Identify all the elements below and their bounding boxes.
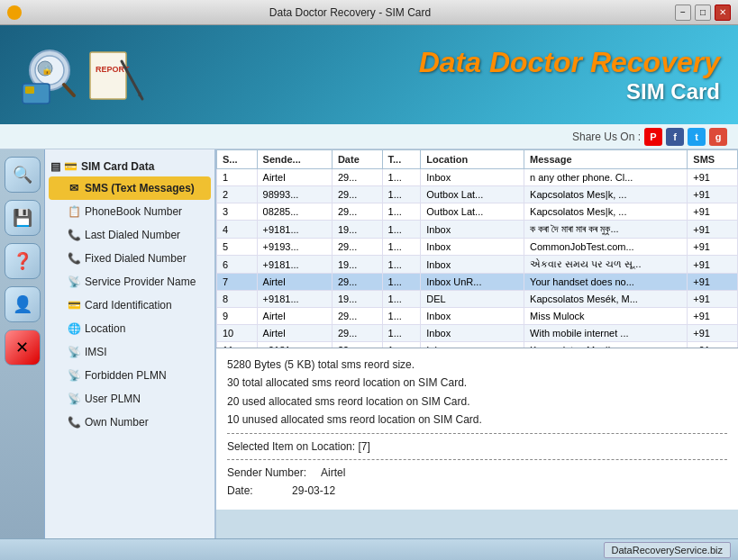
save-toolbar-button[interactable]: 💾 [5,200,41,236]
simcard-icon: 💳 [64,160,77,173]
nav-item-location[interactable]: 🌐 Location [49,317,211,340]
cell-location: Inbox UnR... [421,274,524,291]
close-button[interactable]: ✕ [715,5,731,21]
minimize-button[interactable]: − [675,5,691,21]
cell-t: 1... [382,291,421,308]
last-dialed-icon: 📞 [67,228,81,242]
col-sender: Sende... [257,150,332,169]
share-facebook-button[interactable]: f [666,128,684,146]
info-line1: 5280 Bytes (5 KB) total sms reord size. [227,356,727,374]
sms-table: S... Sende... Date T... Location Message… [216,149,738,348]
table-row[interactable]: 7 Airtel 29... 1... Inbox UnR... Your ha… [217,274,738,291]
nav-item-fixed-dialed[interactable]: 📞 Fixed Dialed Number [49,247,211,270]
cell-s: 2 [217,186,258,203]
cell-s: 1 [217,169,258,186]
table-row[interactable]: 4 +9181... 19... 1... Inbox ক কৰা দৈ মাৰ… [217,221,738,239]
nav-panel: ▤ 💳 SIM Card Data ✉ SMS (Text Messages) … [45,149,216,538]
info-line2: 30 total allocated sms reord location on… [227,374,727,392]
info-line4: 10 unused allocated sms reord location o… [227,411,727,429]
nav-item-card-id-label: Card Identification [85,299,172,312]
cell-sender: +9181... [257,221,332,239]
cell-sms: +91 [688,325,738,342]
user-plmn-icon: 📡 [67,392,81,406]
header-title-area: Data Doctor Recovery SIM Card [419,46,720,104]
help-toolbar-button[interactable]: ❓ [5,243,41,279]
cell-t: 1... [382,221,421,239]
app-header: 🔒 REPORT Data Doctor Recovery SIM Card [0,25,738,124]
cell-date: 19... [332,291,382,308]
nav-item-imsi-label: IMSI [85,346,107,358]
table-row[interactable]: 3 08285... 29... 1... Outbox Lat... Kapc… [217,203,738,221]
tree-collapse-icon[interactable]: ▤ [50,160,60,173]
cell-message: એકવાર સમય પર ચળ સૂ... [524,256,688,274]
maximize-button[interactable]: □ [695,5,711,21]
cell-location: Outbox Lat... [421,203,524,221]
nav-item-sms[interactable]: ✉ SMS (Text Messages) [49,176,211,200]
info-sender-row: Sender Number: Airtel [227,464,727,482]
table-body: 1 Airtel 29... 1... Inbox n any other ph… [217,169,738,348]
cell-sender: +9193... [257,239,332,256]
cell-message: With mobile internet ... [524,325,688,342]
user-toolbar-button[interactable]: 👤 [5,286,41,322]
cell-message: Kapcsolatos Mes|k, ... [524,186,688,203]
table-row[interactable]: 2 98993... 29... 1... Outbox Lat... Kapc… [217,186,738,203]
col-message: Message [524,150,688,169]
share-twitter-button[interactable]: t [688,128,706,146]
cell-date: 29... [332,325,382,342]
cell-date: 29... [332,308,382,325]
sms-table-scroll[interactable]: S... Sende... Date T... Location Message… [216,149,738,348]
cell-sender: Airtel [257,274,332,291]
cell-s: 10 [217,325,258,342]
status-bar: DataRecoveryService.biz [0,538,738,560]
app-icon [7,5,22,20]
info-line3: 20 used allocated sms reord location on … [227,393,727,411]
nav-item-last-dialed[interactable]: 📞 Last Dialed Number [49,223,211,247]
nav-item-card-id[interactable]: 💳 Card Identification [49,294,211,317]
table-row[interactable]: 9 Airtel 29... 1... Inbox Miss Mulock +9… [217,308,738,325]
exit-toolbar-button[interactable]: ✕ [5,330,41,366]
table-row[interactable]: 10 Airtel 29... 1... Inbox With mobile i… [217,325,738,342]
cell-sms: +91 [688,186,738,203]
card-id-icon: 💳 [67,298,81,312]
nav-root-label: SIM Card Data [81,160,154,173]
window-title: Data Doctor Recovery - SIM Card [25,6,675,19]
cell-s: 6 [217,256,258,274]
nav-item-phonebook[interactable]: 📋 PhoneBook Number [49,200,211,223]
nav-item-imsi[interactable]: 📡 IMSI [49,340,211,364]
nav-item-forbidden-plmn[interactable]: 📡 Forbidden PLMN [49,364,211,387]
cell-location: Inbox [421,325,524,342]
nav-item-own-number[interactable]: 📞 Own Number [49,411,211,434]
share-pdf-button[interactable]: P [644,128,662,146]
cell-t: 1... [382,239,421,256]
nav-item-user-plmn-label: User PLMN [85,393,141,405]
cell-sender: Airtel [257,169,332,186]
search-toolbar-button[interactable]: 🔍 [5,157,41,193]
cell-location: Inbox [421,308,524,325]
right-panel: S... Sende... Date T... Location Message… [216,149,738,538]
cell-sms: +91 [688,239,738,256]
cell-sms: +91 [688,308,738,325]
nav-item-user-plmn[interactable]: 📡 User PLMN [49,387,211,411]
cell-message: ক কৰা দৈ মাৰা মাৰ কৰ মুকু... [524,221,688,239]
share-label: Share Us On : [572,131,641,143]
info-sender-value: Airtel [321,466,345,479]
col-date: Date [332,150,382,169]
own-number-icon: 📞 [67,415,81,429]
table-row[interactable]: 8 +9181... 19... 1... DEL Kapcsolatos Me… [217,291,738,308]
table-row[interactable]: 6 +9181... 19... 1... Inbox એકવાર સમય પર… [217,256,738,274]
info-separator2 [227,459,727,460]
cell-location: Outbox Lat... [421,186,524,203]
sms-icon: ✉ [67,181,81,195]
cell-date: 29... [332,169,382,186]
share-googleplus-button[interactable]: g [709,128,727,146]
nav-item-own-number-label: Own Number [85,416,149,429]
nav-item-location-label: Location [85,322,125,335]
cell-message: Kapcsolatos Mesék, M... [524,291,688,308]
info-sender-label: Sender Number: [227,466,306,479]
nav-item-service-provider[interactable]: 📡 Service Provider Name [49,270,211,294]
table-row[interactable]: 1 Airtel 29... 1... Inbox n any other ph… [217,169,738,186]
table-row[interactable]: 5 +9193... 29... 1... Inbox CommonJobTes… [217,239,738,256]
cell-s: 7 [217,274,258,291]
cell-message: Miss Mulock [524,308,688,325]
cell-sms: +91 [688,203,738,221]
